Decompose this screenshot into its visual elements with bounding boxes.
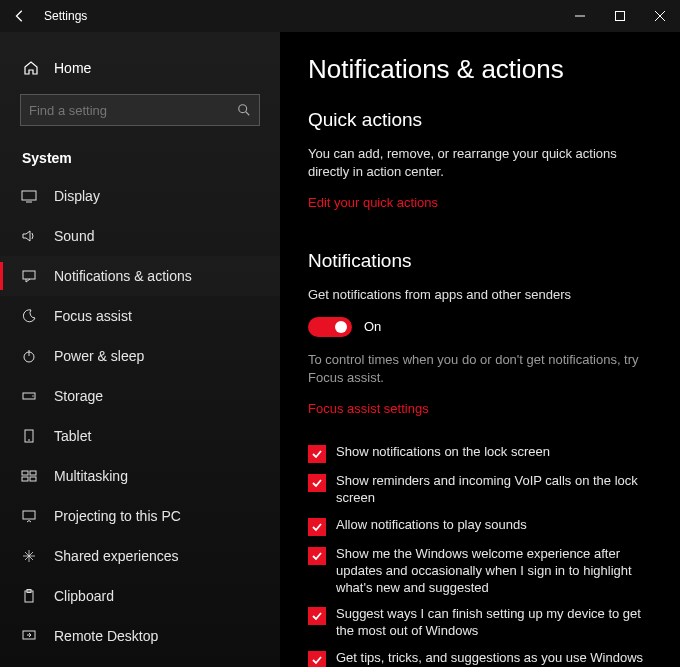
nav-list: Display Sound Notifications & actions Fo… <box>0 176 280 656</box>
power-icon <box>20 348 38 364</box>
sidebar-item-label: Storage <box>54 388 103 404</box>
remote-desktop-icon <box>20 628 38 644</box>
check-label: Show reminders and incoming VoIP calls o… <box>336 473 652 507</box>
search-box[interactable] <box>20 94 260 126</box>
focus-assist-desc: To control times when you do or don't ge… <box>308 351 652 387</box>
sidebar-item-label: Sound <box>54 228 94 244</box>
sidebar: Home System Display Sound Notifications <box>0 32 280 667</box>
display-icon <box>20 188 38 204</box>
back-button[interactable] <box>0 0 40 32</box>
quick-actions-desc: You can add, remove, or rearrange your q… <box>308 145 652 181</box>
sidebar-item-clipboard[interactable]: Clipboard <box>0 576 280 616</box>
quick-actions-title: Quick actions <box>308 109 652 131</box>
sidebar-item-tablet[interactable]: Tablet <box>0 416 280 456</box>
search-input[interactable] <box>29 103 237 118</box>
svg-line-3 <box>246 112 250 116</box>
svg-rect-13 <box>22 471 28 475</box>
checkbox[interactable] <box>308 474 326 492</box>
sidebar-item-label: Focus assist <box>54 308 132 324</box>
check-label: Show notifications on the lock screen <box>336 444 550 461</box>
check-icon <box>311 448 323 460</box>
home-icon <box>22 60 40 76</box>
sidebar-item-label: Clipboard <box>54 588 114 604</box>
notifications-toggle[interactable] <box>308 317 352 337</box>
svg-rect-4 <box>22 191 36 200</box>
window-title: Settings <box>44 9 87 23</box>
notifications-icon <box>20 268 38 284</box>
sidebar-item-projecting[interactable]: Projecting to this PC <box>0 496 280 536</box>
page-title: Notifications & actions <box>308 54 652 85</box>
home-label: Home <box>54 60 91 76</box>
toggle-state: On <box>364 319 381 334</box>
minimize-button[interactable] <box>560 0 600 32</box>
titlebar: Settings <box>0 0 680 32</box>
checkbox[interactable] <box>308 607 326 625</box>
notification-checklist: Show notifications on the lock screen Sh… <box>308 444 652 667</box>
svg-rect-1 <box>616 12 625 21</box>
storage-icon <box>20 388 38 404</box>
multitasking-icon <box>20 468 38 484</box>
close-icon <box>655 11 665 21</box>
checkbox[interactable] <box>308 518 326 536</box>
focus-assist-link[interactable]: Focus assist settings <box>308 401 429 416</box>
check-row-sounds: Allow notifications to play sounds <box>308 517 652 536</box>
sidebar-item-label: Shared experiences <box>54 548 179 564</box>
svg-rect-16 <box>30 477 36 481</box>
check-label: Suggest ways I can finish setting up my … <box>336 606 652 640</box>
svg-rect-15 <box>22 477 28 481</box>
check-icon <box>311 610 323 622</box>
sidebar-item-focus-assist[interactable]: Focus assist <box>0 296 280 336</box>
projecting-icon <box>20 508 38 524</box>
check-row-setup-suggestions: Suggest ways I can finish setting up my … <box>308 606 652 640</box>
sidebar-item-notifications[interactable]: Notifications & actions <box>0 256 280 296</box>
svg-rect-17 <box>23 511 35 519</box>
sidebar-item-display[interactable]: Display <box>0 176 280 216</box>
maximize-button[interactable] <box>600 0 640 32</box>
home-button[interactable]: Home <box>0 50 280 86</box>
arrow-left-icon <box>13 9 27 23</box>
search-icon <box>237 103 251 117</box>
clipboard-icon <box>20 588 38 604</box>
content-area: Notifications & actions Quick actions Yo… <box>280 32 680 667</box>
check-icon <box>311 521 323 533</box>
sidebar-item-label: Remote Desktop <box>54 628 158 644</box>
svg-rect-14 <box>30 471 36 475</box>
check-icon <box>311 654 323 666</box>
close-button[interactable] <box>640 0 680 32</box>
sidebar-item-shared-experiences[interactable]: Shared experiences <box>0 536 280 576</box>
edit-quick-actions-link[interactable]: Edit your quick actions <box>308 195 438 210</box>
check-label: Get tips, tricks, and suggestions as you… <box>336 650 643 667</box>
check-row-welcome: Show me the Windows welcome experience a… <box>308 546 652 597</box>
category-label: System <box>0 140 280 176</box>
moon-icon <box>20 308 38 324</box>
check-row-reminders: Show reminders and incoming VoIP calls o… <box>308 473 652 507</box>
check-icon <box>311 550 323 562</box>
check-label: Show me the Windows welcome experience a… <box>336 546 652 597</box>
sound-icon <box>20 228 38 244</box>
sidebar-item-remote-desktop[interactable]: Remote Desktop <box>0 616 280 656</box>
notifications-toggle-label: Get notifications from apps and other se… <box>308 286 652 304</box>
sidebar-item-sound[interactable]: Sound <box>0 216 280 256</box>
shared-icon <box>20 548 38 564</box>
sidebar-item-multitasking[interactable]: Multitasking <box>0 456 280 496</box>
toggle-knob <box>335 321 347 333</box>
checkbox[interactable] <box>308 547 326 565</box>
checkbox[interactable] <box>308 651 326 667</box>
sidebar-item-label: Tablet <box>54 428 91 444</box>
tablet-icon <box>20 428 38 444</box>
svg-point-10 <box>32 395 33 396</box>
check-row-tips: Get tips, tricks, and suggestions as you… <box>308 650 652 667</box>
sidebar-item-label: Projecting to this PC <box>54 508 181 524</box>
svg-rect-6 <box>23 271 35 279</box>
sidebar-item-power-sleep[interactable]: Power & sleep <box>0 336 280 376</box>
sidebar-item-label: Display <box>54 188 100 204</box>
check-icon <box>311 477 323 489</box>
sidebar-item-label: Power & sleep <box>54 348 144 364</box>
notifications-title: Notifications <box>308 250 652 272</box>
sidebar-item-storage[interactable]: Storage <box>0 376 280 416</box>
check-label: Allow notifications to play sounds <box>336 517 527 534</box>
sidebar-item-label: Multitasking <box>54 468 128 484</box>
sidebar-item-label: Notifications & actions <box>54 268 192 284</box>
check-row-lock-screen: Show notifications on the lock screen <box>308 444 652 463</box>
checkbox[interactable] <box>308 445 326 463</box>
